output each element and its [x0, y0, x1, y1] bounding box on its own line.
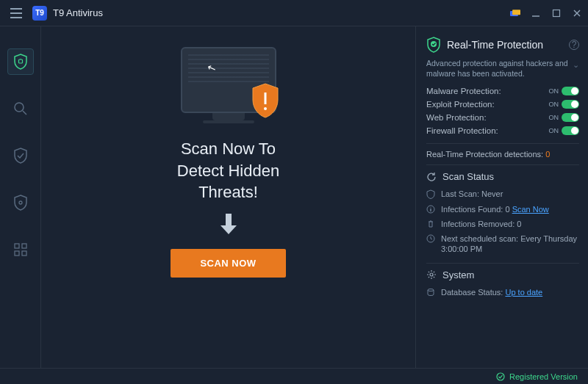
sidebar-item-scan[interactable] [7, 95, 34, 122]
shield-alert-icon [250, 82, 281, 119]
database-icon [426, 288, 435, 297]
malware-switch[interactable] [562, 87, 579, 95]
toggle-label: Web Protection: [426, 113, 487, 122]
toggle-exploit: Exploit Protection: ON [426, 98, 579, 111]
svg-point-23 [428, 289, 434, 291]
toggle-web: Web Protection: ON [426, 111, 579, 124]
last-scan-row: Last Scan: Never [426, 186, 579, 201]
sidebar [0, 26, 41, 368]
svg-rect-10 [15, 244, 19, 248]
sidebar-item-tools[interactable] [7, 236, 34, 263]
app-logo: T9 T9 Antivirus [32, 6, 103, 21]
system-header: System [426, 269, 579, 280]
svg-rect-13 [22, 251, 26, 256]
toggle-firewall: Firewall Protection: ON [426, 124, 579, 137]
detections-row: Real-Time Protection detections: 0 [426, 150, 579, 159]
minimize-button[interactable] [531, 8, 541, 18]
gear-icon [426, 269, 437, 280]
svg-rect-11 [22, 244, 26, 248]
svg-rect-6 [18, 59, 22, 63]
check-shield-icon [426, 189, 435, 199]
scan-now-link[interactable]: Scan Now [512, 205, 549, 214]
infections-removed-row: Infections Removed: 0 [426, 217, 579, 231]
refresh-icon [426, 172, 437, 182]
menu-button[interactable] [6, 3, 26, 23]
hero-panel: ↖ Scan Now To Detect Hidden Threats! SCA… [41, 26, 415, 368]
realtime-title: Real-Time Protection [447, 39, 563, 51]
toggle-label: Exploit Protection: [426, 100, 495, 109]
web-switch[interactable] [562, 113, 579, 122]
scan-now-button[interactable]: SCAN NOW [171, 249, 285, 278]
footer: Registered Version [0, 368, 588, 384]
svg-point-22 [430, 273, 433, 276]
right-panel: Real-Time Protection ? Advanced protecti… [415, 26, 588, 368]
chevron-down-icon[interactable]: ⌄ [573, 60, 579, 70]
hero-headline: Scan Now To Detect Hidden Threats! [177, 138, 279, 203]
app-title: T9 Antivirus [53, 7, 103, 18]
main-area: ↖ Scan Now To Detect Hidden Threats! SCA… [0, 26, 588, 368]
close-button[interactable] [572, 8, 582, 18]
sidebar-item-firewall[interactable] [7, 189, 34, 216]
exploit-switch[interactable] [562, 100, 579, 109]
maximize-button[interactable] [551, 8, 562, 18]
svg-point-24 [497, 373, 504, 380]
next-scan-row: Next scheduled scan: Every Thursday 3:00… [426, 231, 579, 257]
logo-badge-icon: T9 [32, 6, 47, 21]
trash-icon [426, 220, 435, 228]
help-icon[interactable]: ? [569, 40, 579, 50]
realtime-desc: Advanced protection against hackers and … [426, 59, 579, 79]
db-status-link[interactable]: Up to date [505, 288, 542, 297]
registered-label: Registered Version [509, 372, 578, 381]
down-arrow-icon [219, 214, 238, 236]
card-icon[interactable] [510, 8, 520, 18]
firewall-switch[interactable] [562, 126, 579, 135]
db-status-row: Database Status: Up to date [426, 285, 579, 300]
svg-point-15 [264, 107, 267, 110]
svg-point-7 [15, 103, 24, 112]
svg-rect-1 [512, 10, 520, 15]
monitor-illustration: ↖ [181, 47, 276, 123]
svg-point-9 [19, 201, 22, 204]
svg-line-8 [23, 111, 26, 115]
svg-rect-12 [15, 251, 19, 256]
shield-check-icon [426, 37, 441, 53]
svg-rect-3 [553, 10, 560, 16]
scan-status-header: Scan Status [426, 171, 579, 182]
toggle-label: Firewall Protection: [426, 126, 498, 135]
infections-found-row: Infections Found: 0 Scan Now [426, 202, 579, 217]
check-circle-icon [496, 372, 505, 381]
svg-point-17 [431, 41, 437, 47]
sidebar-item-protection[interactable] [7, 142, 34, 169]
svg-rect-16 [226, 214, 232, 225]
info-icon [426, 205, 435, 214]
content: ↖ Scan Now To Detect Hidden Threats! SCA… [41, 26, 588, 368]
toggle-label: Malware Protection: [426, 87, 501, 95]
sidebar-item-home[interactable] [7, 48, 34, 75]
clock-icon [426, 234, 435, 243]
title-bar: T9 T9 Antivirus [0, 0, 588, 26]
toggle-malware: Malware Protection: ON [426, 84, 579, 98]
